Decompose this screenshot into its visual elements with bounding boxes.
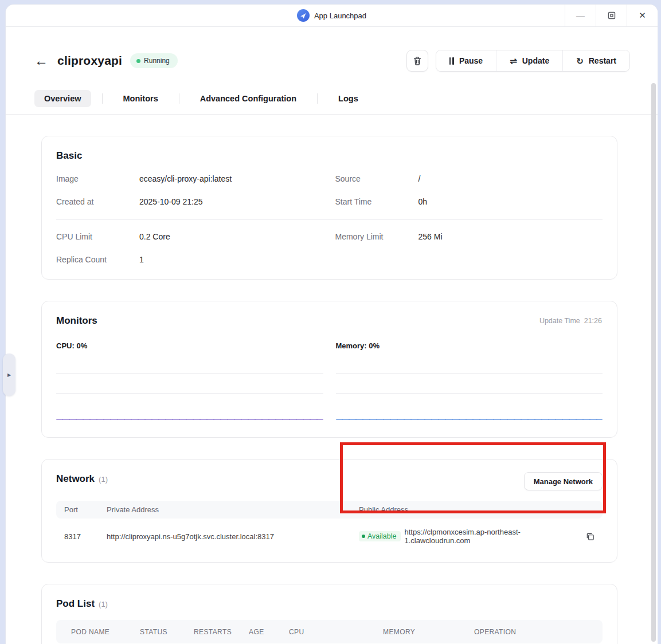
private-address-value: http://cliproxyapi.ns-u5g7otjk.svc.clust… (107, 532, 359, 541)
manage-network-button[interactable]: Manage Network (524, 472, 603, 490)
cpu-chart-label: CPU: (56, 341, 75, 350)
col-port: Port (64, 505, 107, 514)
col-age: AGE (249, 628, 289, 636)
port-value: 8317 (64, 532, 107, 541)
memory-chart-line (336, 419, 603, 420)
tab-advanced-configuration[interactable]: Advanced Configuration (190, 90, 306, 107)
tab-overview[interactable]: Overview (34, 90, 91, 107)
status-badge: Running (130, 53, 178, 68)
cpu-chart (56, 357, 323, 423)
status-badge-label: Running (144, 57, 170, 65)
pause-label: Pause (459, 56, 483, 65)
basic-card: Basic Image eceasy/cli-proxy-api:latest … (41, 136, 617, 280)
field-image: Image eceasy/cli-proxy-api:latest (56, 174, 324, 183)
update-button[interactable]: ⇌ Update (496, 50, 562, 71)
titlebar-title: App Launchpad (297, 9, 366, 22)
tab-logs[interactable]: Logs (328, 90, 368, 107)
pod-list-count: (1) (99, 600, 108, 608)
update-label: Update (522, 56, 549, 65)
pause-button[interactable]: Pause (436, 50, 496, 71)
monitors-card: Monitors Update Time 21:26 CPU: 0% Memor… (41, 301, 617, 438)
tab-monitors[interactable]: Monitors (114, 90, 168, 107)
close-button[interactable]: ✕ (627, 5, 658, 26)
col-status: STATUS (140, 628, 194, 636)
page-header: ← cliproxyapi Running Pause (6, 27, 658, 72)
memory-monitor: Memory: 0% (336, 341, 603, 423)
action-button-group: Pause ⇌ Update ↻ Restart (436, 50, 630, 72)
back-arrow-icon[interactable]: ← (34, 54, 48, 68)
network-card-title: Network (56, 473, 95, 485)
col-public-address: Public Address (359, 505, 594, 514)
memory-chart-value: 0% (369, 341, 380, 350)
page-divider (6, 114, 658, 115)
restore-icon (608, 11, 616, 19)
basic-divider (56, 219, 603, 220)
tab-bar: Overview Monitors Advanced Configuration… (6, 90, 658, 107)
pod-table: POD NAME STATUS RESTARTS AGE CPU MEMORY … (56, 620, 603, 644)
app-window: App Launchpad — ✕ ← cliproxyapi Running (6, 5, 658, 644)
col-restarts: RESTARTS (194, 628, 249, 636)
network-count: (1) (99, 475, 108, 484)
app-launchpad-icon (297, 9, 310, 22)
available-badge: Available (359, 531, 401, 541)
cpu-chart-value: 0% (76, 341, 87, 350)
page-title: cliproxyapi (57, 54, 122, 68)
restart-button[interactable]: ↻ Restart (562, 50, 629, 71)
tab-separator (102, 93, 103, 104)
tab-separator (317, 93, 318, 104)
window-controls: — ✕ (565, 5, 658, 26)
basic-card-title: Basic (56, 150, 82, 162)
col-memory: MEMORY (383, 628, 474, 636)
minimize-icon: — (576, 11, 585, 21)
monitors-card-title: Monitors (56, 315, 97, 327)
col-cpu: CPU (289, 628, 383, 636)
update-time: Update Time 21:26 (539, 317, 602, 325)
chevron-right-icon: ▶ (7, 372, 11, 378)
public-address-cell: Available https://clpmonxcesim.ap-northe… (359, 528, 594, 545)
restart-label: Restart (589, 56, 616, 65)
network-table-header: Port Private Address Public Address (56, 501, 603, 519)
header-actions: Pause ⇌ Update ↻ Restart (406, 50, 630, 72)
col-pod-name: POD NAME (71, 628, 140, 636)
delete-button[interactable] (406, 50, 428, 72)
network-card: Network (1) Manage Network Port Private … (41, 459, 617, 563)
scrollbar-thumb[interactable] (651, 83, 656, 642)
field-created-at: Created at 2025-10-09 21:25 (56, 197, 324, 206)
tab-separator (179, 93, 179, 104)
memory-chart (336, 357, 603, 423)
pod-list-card: Pod List (1) POD NAME STATUS RESTARTS AG… (41, 584, 617, 644)
field-start-time: Start Time 0h (335, 197, 603, 206)
running-dot-icon (136, 59, 140, 63)
trash-icon (413, 56, 422, 66)
pod-list-card-title: Pod List (56, 598, 95, 610)
field-cpu-limit: CPU Limit 0.2 Core (56, 232, 324, 241)
field-replica-count: Replica Count 1 (56, 255, 324, 264)
cpu-monitor: CPU: 0% (56, 341, 323, 423)
public-address-link[interactable]: https://clpmonxcesim.ap-northeast-1.claw… (405, 528, 581, 545)
copy-icon[interactable] (586, 532, 594, 541)
available-dot-icon (362, 535, 365, 538)
update-icon: ⇌ (510, 57, 517, 65)
restore-button[interactable] (596, 5, 627, 26)
pod-table-header: POD NAME STATUS RESTARTS AGE CPU MEMORY … (56, 620, 603, 643)
network-table-row: 8317 http://cliproxyapi.ns-u5g7otjk.svc.… (56, 524, 603, 548)
close-icon: ✕ (639, 10, 646, 21)
network-table: Port Private Address Public Address 8317… (56, 501, 603, 548)
titlebar: App Launchpad — ✕ (6, 5, 658, 27)
field-memory-limit: Memory Limit 256 Mi (335, 232, 603, 241)
sidebar-expand-handle[interactable]: ▶ (3, 354, 15, 396)
window-title: App Launchpad (314, 11, 366, 20)
restart-icon: ↻ (576, 57, 584, 65)
col-operation: OPERATION (474, 628, 588, 636)
minimize-button[interactable]: — (565, 5, 596, 26)
cpu-chart-line (56, 419, 323, 420)
pause-icon (449, 57, 454, 65)
memory-chart-label: Memory: (336, 341, 367, 350)
field-source: Source / (335, 174, 603, 183)
col-private-address: Private Address (107, 505, 359, 514)
